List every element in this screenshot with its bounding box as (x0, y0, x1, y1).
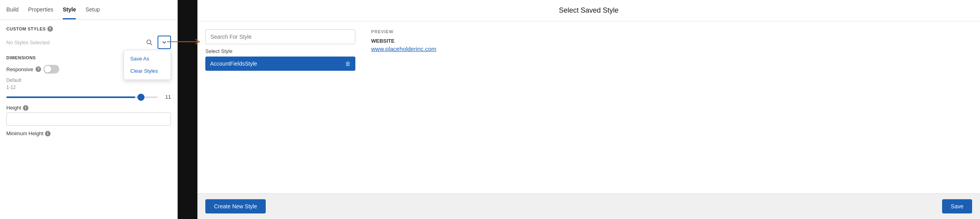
style-select-row: No Styles Selected Save As Clear Styles (6, 36, 171, 49)
min-height-help-icon[interactable]: i (45, 131, 51, 136)
width-slider[interactable] (6, 96, 158, 98)
custom-styles-label: CUSTOM STYLES (6, 26, 46, 31)
search-icon (146, 39, 152, 45)
custom-styles-help-icon[interactable]: ? (47, 26, 53, 32)
svg-line-1 (150, 43, 152, 45)
styles-dropdown-menu: Save As Clear Styles (124, 50, 171, 80)
style-list-section: Select Style AccountFieldsStyle 🗑 (205, 29, 355, 185)
toggle-knob (44, 66, 51, 73)
create-new-style-button[interactable]: Create New Style (205, 199, 266, 213)
tab-properties[interactable]: Properties (28, 1, 53, 19)
svg-point-0 (147, 40, 151, 44)
custom-styles-section: CUSTOM STYLES ? (6, 26, 171, 32)
modal-footer: Create New Style Save (197, 193, 980, 219)
clear-styles-menu-item[interactable]: Clear Styles (124, 65, 171, 77)
responsive-toggle[interactable] (43, 65, 59, 74)
modal-header: Select Saved Style (197, 0, 980, 21)
slider-row: 11 (6, 94, 171, 100)
min-height-field-row: Minimum Height i (6, 130, 171, 136)
height-input[interactable] (6, 112, 171, 126)
responsive-label: Responsive (6, 66, 33, 72)
search-style-input[interactable] (205, 29, 355, 44)
style-item-name: AccountFieldsStyle (210, 60, 257, 67)
select-style-label: Select Style (205, 48, 355, 54)
no-styles-placeholder: No Styles Selected (6, 38, 141, 47)
min-height-label: Minimum Height i (6, 130, 171, 136)
tab-style[interactable]: Style (63, 1, 76, 19)
delete-style-icon[interactable]: 🗑 (345, 60, 351, 67)
tabs-bar: Build Properties Style Setup (0, 0, 177, 20)
responsive-help-icon[interactable]: ? (36, 66, 41, 72)
style-list-item[interactable]: AccountFieldsStyle 🗑 (205, 57, 355, 71)
modal-title: Select Saved Style (205, 6, 972, 15)
height-label: Height i (6, 105, 171, 111)
height-field-row: Height i (6, 105, 171, 126)
preview-section: PREVIEW WEBSITE www.placeholderinc.com (363, 29, 972, 185)
range-label: 1-12 (6, 85, 171, 90)
save-as-menu-item[interactable]: Save As (124, 53, 171, 65)
search-styles-button[interactable] (143, 36, 155, 48)
left-panel: Build Properties Style Setup CUSTOM STYL… (0, 0, 178, 219)
height-help-icon[interactable]: i (23, 105, 28, 111)
chevron-down-icon (162, 40, 167, 45)
modal-panel: Select Saved Style Select Style AccountF… (197, 0, 980, 219)
tab-build[interactable]: Build (6, 1, 19, 19)
slider-value: 11 (161, 94, 171, 100)
tab-setup[interactable]: Setup (85, 1, 100, 19)
preview-website-label: WEBSITE (371, 38, 964, 44)
left-content: CUSTOM STYLES ? No Styles Selected Save … (0, 20, 177, 219)
preview-link: www.placeholderinc.com (371, 45, 964, 52)
black-divider (178, 0, 197, 219)
modal-body: Select Style AccountFieldsStyle 🗑 PREVIE… (197, 21, 980, 193)
styles-dropdown-button[interactable] (158, 36, 171, 49)
preview-label: PREVIEW (371, 29, 964, 34)
save-button[interactable]: Save (942, 199, 972, 213)
